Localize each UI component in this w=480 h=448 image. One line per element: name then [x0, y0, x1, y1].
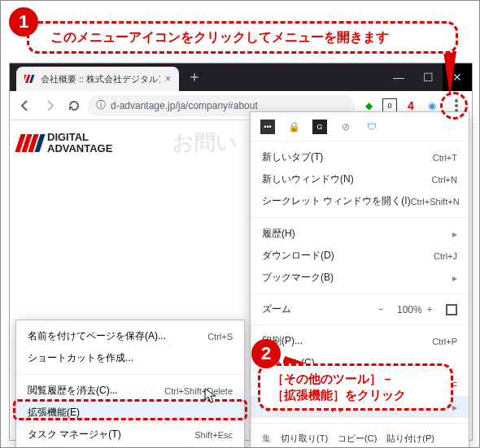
callout-2-line2: ［拡張機能］をクリック	[272, 387, 439, 403]
submenu-extensions[interactable]: 拡張機能(E)	[16, 402, 244, 424]
zoom-value: 100%	[397, 304, 413, 315]
forward-button[interactable]	[39, 95, 60, 116]
menu-extension-row: ••• 🔒 G ⊘ 🛡	[251, 112, 469, 141]
submenu-save-page[interactable]: 名前を付けてページを保存(A)...Ctrl+S	[16, 325, 244, 347]
menu-new-tab[interactable]: 新しいタブ(T)Ctrl+T	[251, 146, 469, 168]
more-tools-submenu: 名前を付けてページを保存(A)...Ctrl+S ショートカットを作成... 閲…	[15, 320, 245, 448]
menu-incognito[interactable]: シークレット ウィンドウを開く(I)Ctrl+Shift+N	[251, 190, 469, 212]
menu-bookmarks[interactable]: ブックマーク(B)▸	[251, 267, 469, 289]
submenu-arrow-icon: ▸	[452, 228, 457, 240]
callout-1-arrow	[443, 51, 456, 97]
site-info-icon[interactable]: ⓘ	[96, 98, 106, 112]
browser-tab[interactable]: 会社概要 :: 株式会社デジタルアドバ ×	[16, 67, 179, 91]
zoom-out-button[interactable]: －	[373, 302, 389, 316]
menu-edit-row: 集 切り取り(T) コピー(C) 貼り付け(P)	[251, 428, 469, 448]
svg-point-4	[455, 104, 458, 107]
extension-icons: ◆ 0 4 ◉	[358, 98, 443, 113]
svg-rect-1	[25, 75, 30, 83]
menu-history[interactable]: 履歴(H)▸	[251, 223, 469, 245]
extension-icon-blue[interactable]: ◉	[425, 98, 439, 113]
window-buttons: — ☐ ✕	[384, 63, 472, 91]
submenu-arrow-icon: ▸	[452, 272, 457, 284]
menu-ext-icon-4[interactable]: ⊘	[338, 120, 353, 134]
minimize-button[interactable]: —	[384, 63, 413, 91]
zoom-in-button[interactable]: ＋	[421, 302, 438, 316]
tab-bar: 会社概要 :: 株式会社デジタルアドバ × ＋ — ☐ ✕	[10, 63, 472, 91]
tab-close-icon[interactable]: ×	[165, 73, 171, 85]
submenu-task-manager[interactable]: タスク マネージャ(T)Shift+Esc	[16, 424, 244, 446]
svg-point-3	[455, 99, 458, 102]
menu-cut[interactable]: 切り取り(T)	[281, 433, 328, 445]
menu-ext-icon-2[interactable]: 🔒	[286, 120, 301, 134]
menu-downloads[interactable]: ダウンロード(D)Ctrl+J	[251, 245, 469, 267]
extension-icon-green[interactable]: ◆	[361, 98, 376, 113]
back-button[interactable]	[15, 95, 36, 116]
menu-ext-icon-3[interactable]: G	[312, 120, 327, 134]
svg-rect-2	[29, 75, 34, 83]
url-text: d-advantage.jp/ja/company#about	[111, 100, 258, 111]
faded-heading: お問い	[172, 128, 238, 157]
menu-copy[interactable]: コピー(C)	[338, 433, 377, 445]
submenu-arrow-icon: ▸	[452, 402, 457, 413]
menu-ext-icon-1[interactable]: •••	[260, 120, 275, 134]
callout-1: このメニューアイコンをクリックしてメニューを開きます	[27, 21, 458, 54]
site-favicon	[24, 73, 36, 85]
extension-icon-number[interactable]: 4	[404, 98, 418, 113]
menu-paste[interactable]: 貼り付け(P)	[386, 433, 434, 445]
submenu-create-shortcut[interactable]: ショートカットを作成...	[16, 347, 244, 369]
maximize-button[interactable]: ☐	[413, 63, 443, 91]
menu-zoom-row: ズーム － 100% ＋	[251, 299, 469, 320]
step-badge-1: 1	[9, 7, 38, 37]
cursor-icon	[204, 388, 217, 404]
extension-icon-qr[interactable]: 0	[382, 98, 397, 113]
new-tab-button[interactable]: ＋	[187, 67, 202, 86]
tab-title: 会社概要 :: 株式会社デジタルアドバ	[41, 73, 160, 85]
callout-2: ［その他のツール］－ ［拡張機能］をクリック	[258, 363, 453, 411]
callout-1-text: このメニューアイコンをクリックしてメニューを開きます	[50, 29, 389, 46]
step-badge-2: 2	[251, 339, 281, 368]
fullscreen-icon[interactable]	[446, 304, 457, 315]
reload-button[interactable]	[63, 95, 85, 116]
menu-ext-icon-5[interactable]: 🛡	[364, 120, 379, 134]
menu-print[interactable]: 印刷(P)...Ctrl+P	[251, 330, 469, 352]
logo-line2: ADVANTAGE	[47, 142, 112, 154]
menu-new-window[interactable]: 新しいウィンドウ(N)Ctrl+N	[251, 168, 469, 190]
callout-2-line1: ［その他のツール］－	[272, 371, 439, 387]
